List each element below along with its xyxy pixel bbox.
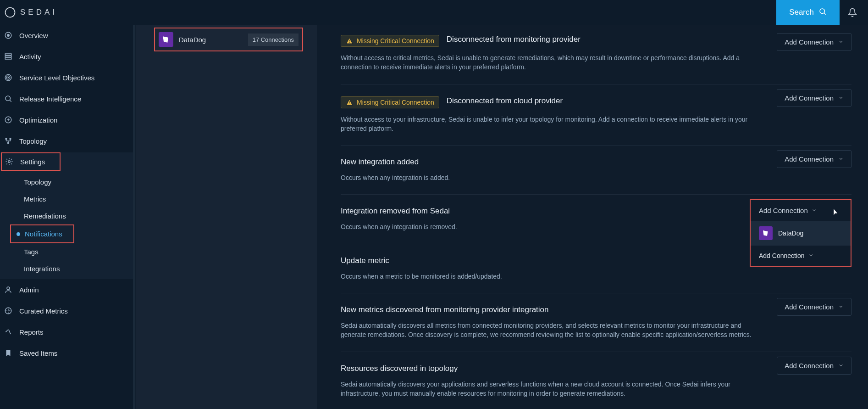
- dropdown-option-datadog[interactable]: DataDog: [751, 221, 851, 246]
- add-connection-button-open[interactable]: Add Connection: [751, 200, 851, 221]
- notifications-bell-icon[interactable]: [848, 8, 857, 17]
- chevron-down-icon: [838, 155, 844, 163]
- sidebar-item-saved-items[interactable]: Saved Items: [0, 342, 135, 364]
- sidebar-item-curated-metrics[interactable]: Curated Metrics: [0, 300, 135, 321]
- chevron-down-icon: [838, 38, 844, 46]
- add-connection-label: Add Connection: [785, 155, 834, 163]
- notification-row: New metrics discovered from monitoring p…: [341, 293, 851, 352]
- badge-label: Missing Critical Connection: [357, 37, 434, 45]
- notification-title: Resources discovered in topology: [341, 364, 458, 373]
- add-connection-dropdown: Add Connection DataDog Add Connection: [750, 199, 851, 267]
- brand-logo: SEDAI: [4, 6, 57, 19]
- sidebar-item-label: Reports: [19, 328, 44, 336]
- add-connection-button[interactable]: Add Connection: [751, 246, 851, 266]
- integration-card-datadog[interactable]: DataDog 17 Connections: [154, 28, 303, 51]
- notification-title: New integration added: [341, 157, 419, 167]
- svg-point-15: [8, 161, 11, 163]
- svg-point-9: [8, 77, 9, 78]
- notification-title: New metrics discovered from monitoring p…: [341, 305, 549, 314]
- notification-description: Occurs when any integration is removed.: [341, 222, 763, 231]
- svg-point-16: [7, 287, 10, 290]
- datadog-icon: [759, 226, 773, 240]
- add-connection-button[interactable]: Add Connection: [777, 89, 851, 107]
- brand-icon: [4, 6, 17, 19]
- sidebar-item-activity[interactable]: Activity: [0, 46, 135, 67]
- sidebar-item-settings[interactable]: Settings: [1, 152, 61, 171]
- notification-title: Integration removed from Sedai: [341, 207, 450, 216]
- add-connection-label: Add Connection: [759, 252, 805, 259]
- svg-point-13: [10, 138, 11, 140]
- overview-icon: [4, 31, 13, 40]
- notifications-list: Missing Critical Connection Disconnected…: [317, 25, 868, 409]
- datadog-icon: [159, 32, 173, 47]
- svg-point-1: [820, 9, 825, 14]
- sidebar-item-optimization[interactable]: Optimization: [0, 109, 135, 130]
- sidebar-item-admin[interactable]: Admin: [0, 279, 135, 300]
- dropdown-option-label: DataDog: [778, 230, 803, 237]
- sidebar-sub-label: Integrations: [24, 265, 60, 273]
- sidebar-item-slo[interactable]: Service Level Objectives: [0, 67, 135, 88]
- notification-description: Sedai automatically discovers all metric…: [341, 321, 763, 340]
- sidebar-sub-metrics[interactable]: Metrics: [24, 190, 135, 207]
- sidebar-sub-tags[interactable]: Tags: [24, 243, 135, 260]
- svg-point-14: [8, 142, 9, 144]
- notification-row: Missing Critical Connection Disconnected…: [341, 84, 851, 146]
- search-button[interactable]: Search: [776, 0, 840, 25]
- sidebar-item-label: Overview: [19, 32, 48, 39]
- sidebar-sub-topology[interactable]: Topology: [24, 174, 135, 190]
- notification-row: Integration removed from Sedai Occurs wh…: [341, 195, 851, 244]
- chevron-down-icon: [838, 362, 844, 370]
- sidebar-item-release-intelligence[interactable]: Release Intelligence: [0, 88, 135, 109]
- warning-icon: [346, 37, 353, 45]
- add-connection-label: Add Connection: [759, 207, 808, 214]
- sidebar-sub-label: Metrics: [24, 195, 46, 203]
- svg-rect-5: [5, 56, 11, 57]
- sidebar-sub-integrations[interactable]: Integrations: [24, 260, 135, 277]
- sidebar-item-label: Service Level Objectives: [19, 74, 94, 82]
- svg-point-3: [7, 34, 10, 37]
- metrics-icon: [4, 306, 13, 315]
- add-connection-label: Add Connection: [785, 38, 834, 46]
- notification-title: Disconnected from monitoring provider: [447, 35, 581, 44]
- add-connection-button[interactable]: Add Connection: [777, 150, 851, 168]
- missing-connection-badge: Missing Critical Connection: [341, 96, 439, 108]
- integrations-panel: DataDog 17 Connections: [136, 25, 317, 409]
- notification-description: Occurs when any integration is added.: [341, 173, 763, 182]
- svg-point-12: [6, 138, 7, 140]
- chevron-down-icon: [808, 252, 814, 259]
- add-connection-button[interactable]: Add Connection: [777, 33, 851, 51]
- sidebar-item-label: Admin: [19, 286, 39, 294]
- sidebar-sub-remediations[interactable]: Remediations: [24, 207, 135, 224]
- notification-description: Without access to your infrastructure, S…: [341, 115, 763, 134]
- search-icon: [818, 7, 827, 18]
- sidebar-item-label: Saved Items: [19, 349, 57, 357]
- notification-row: Resources discovered in topology Sedai a…: [341, 352, 851, 409]
- badge-label: Missing Critical Connection: [357, 99, 434, 106]
- notification-title: Disconnected from cloud provider: [447, 96, 563, 106]
- notification-row: Missing Critical Connection Disconnected…: [341, 28, 851, 84]
- user-icon: [4, 285, 13, 294]
- sidebar-item-reports[interactable]: Reports: [0, 321, 135, 342]
- sidebar-item-overview[interactable]: Overview: [0, 25, 135, 46]
- notification-title: Update metric: [341, 256, 389, 265]
- add-connection-label: Add Connection: [785, 362, 834, 370]
- add-connection-button[interactable]: Add Connection: [777, 357, 851, 375]
- chevron-down-icon: [838, 94, 844, 102]
- gear-icon: [5, 157, 14, 166]
- optimization-icon: [4, 115, 13, 124]
- sidebar-sub-label: Topology: [24, 178, 51, 186]
- sidebar-item-label: Topology: [19, 137, 47, 145]
- add-connection-button[interactable]: Add Connection: [777, 298, 851, 316]
- search-small-icon: [4, 94, 13, 103]
- brand-name: SEDAI: [20, 8, 57, 17]
- missing-connection-badge: Missing Critical Connection: [341, 35, 439, 47]
- chevron-down-icon: [838, 303, 844, 311]
- cursor-icon: [831, 208, 839, 217]
- sidebar-item-label: Activity: [19, 53, 41, 61]
- sidebar-sub-notifications[interactable]: Notifications: [10, 224, 74, 243]
- reports-icon: [4, 327, 13, 336]
- sidebar-item-label: Optimization: [19, 116, 57, 124]
- sidebar-sub-label: Tags: [24, 248, 39, 256]
- sidebar-item-topology[interactable]: Topology: [0, 130, 135, 151]
- sidebar-sub-label: Notifications: [25, 230, 62, 238]
